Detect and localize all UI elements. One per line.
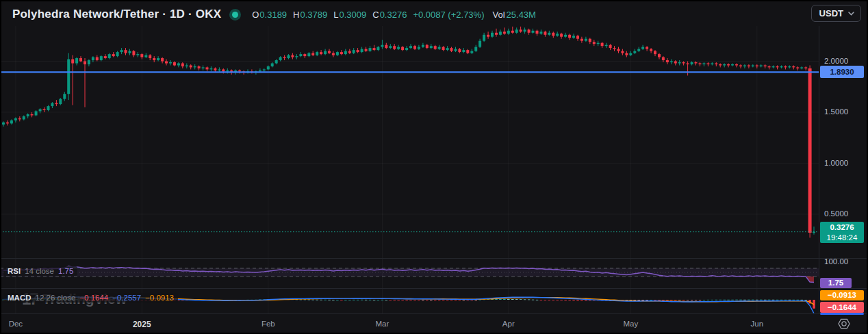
gear-icon — [838, 318, 850, 330]
market-status-dot — [232, 12, 238, 18]
ohlc-legend: O0.3189 H0.3789 L0.3009 C0.3276 +0.0087 … — [252, 10, 536, 20]
rsi-axis-tick: 100.00 — [824, 257, 848, 266]
rsi-value-badge: 1.75 — [820, 278, 852, 288]
close-value: C0.3276 — [372, 10, 407, 20]
time-axis-label[interactable]: Apr — [502, 320, 515, 328]
price-axis-tick[interactable]: 1.0000 — [824, 159, 848, 167]
time-axis-label[interactable]: Dec — [9, 320, 23, 328]
price-line-badge: 1.8930 — [820, 66, 864, 78]
price-axis-tick[interactable]: 1.5000 — [824, 107, 848, 116]
candlestick-canvas[interactable] — [0, 0, 868, 334]
time-axis-label[interactable]: 2025 — [133, 320, 151, 329]
currency-dropdown[interactable]: USDT — [811, 5, 861, 22]
price-axis-tick[interactable]: 2.0000 — [824, 57, 848, 65]
price-axis-tick[interactable]: 0.5000 — [824, 209, 848, 218]
symbol-title[interactable]: Polyhedra Network/Tether · 1D · OKX — [12, 8, 221, 21]
macd-line-badge-clipped — [820, 313, 864, 315]
time-axis-label[interactable]: Jun — [751, 320, 764, 328]
candle-countdown: 19:48:24 — [820, 233, 864, 243]
high-value: H0.3789 — [293, 10, 327, 20]
rsi-indicator-label[interactable]: RSI 14 close 1.75 — [3, 266, 77, 276]
change-value: +0.0087 (+2.73%) — [413, 10, 484, 20]
low-value: L0.3009 — [333, 10, 366, 20]
macd-hist-badge: −0.1644 — [820, 302, 864, 313]
currency-label: USDT — [819, 8, 843, 18]
time-axis-label[interactable]: May — [623, 320, 638, 328]
timezone-settings-button[interactable] — [838, 318, 850, 333]
symbol-header: Polyhedra Network/Tether · 1D · OKX O0.3… — [12, 5, 536, 23]
last-price-badge: 0.3276 19:48:24 — [820, 222, 864, 243]
macd-signal-badge: −0.0913 — [820, 290, 864, 300]
trading-chart-app: Polyhedra Network/Tether · 1D · OKX O0.3… — [0, 0, 868, 334]
open-value: O0.3189 — [252, 10, 287, 20]
macd-indicator-label[interactable]: MACD 12 26 close −0.1644 −0.2557 −0.0913 — [3, 293, 178, 303]
time-axis-label[interactable]: Mar — [375, 320, 389, 328]
chevron-down-icon — [848, 12, 854, 16]
last-price-value: 0.3276 — [820, 222, 864, 233]
time-axis-label[interactable]: Feb — [261, 320, 275, 328]
volume-value: Vol25.43M — [492, 10, 535, 20]
